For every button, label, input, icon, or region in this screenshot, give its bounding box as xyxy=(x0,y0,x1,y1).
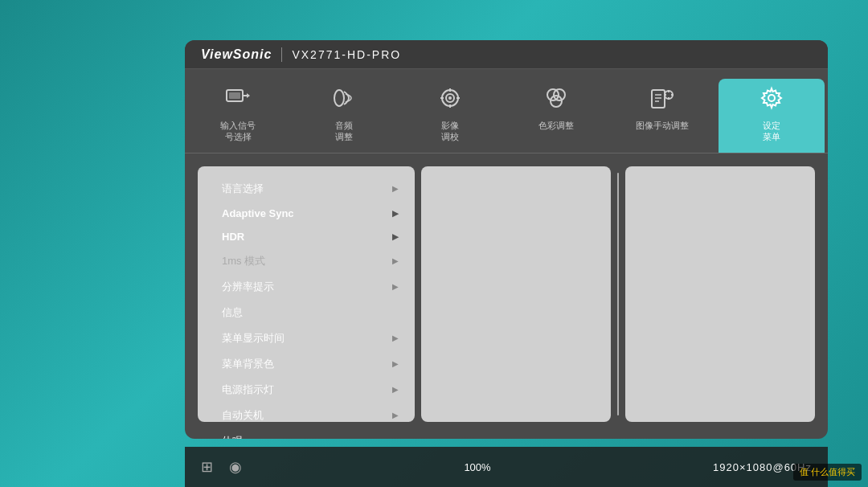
settings-icon xyxy=(759,85,784,115)
menu-item-label: 休眠 xyxy=(222,434,243,439)
svg-point-14 xyxy=(551,96,562,107)
status-icon-left: ⊞ xyxy=(201,458,213,476)
tab-settings[interactable]: 设定菜单 xyxy=(719,79,825,153)
menu-arrow-auto-shutdown: ▶ xyxy=(392,411,399,419)
menu-item-resolution-hint[interactable]: 分辨率提示 ▶ xyxy=(198,274,415,300)
right-panels xyxy=(421,166,815,422)
manual-icon xyxy=(649,85,675,115)
audio-icon xyxy=(331,85,357,115)
menu-arrow-power-led: ▶ xyxy=(392,385,399,394)
menu-item-label: 分辨率提示 xyxy=(222,280,274,294)
svg-point-24 xyxy=(768,95,775,101)
input-icon xyxy=(225,85,251,115)
osd-content: 语言选择 ▶ Adaptive Sync ▶ HDR ▶ 1ms 模式 ▶ 分辨… xyxy=(185,153,828,435)
tab-color-label: 色彩调整 xyxy=(538,120,574,131)
status-left: ⊞ ◉ xyxy=(201,458,242,476)
menu-item-sleep[interactable]: 休眠 xyxy=(198,428,415,439)
menu-item-adaptive-sync[interactable]: Adaptive Sync ▶ xyxy=(198,202,415,225)
menu-arrow-language: ▶ xyxy=(392,184,399,193)
sub-panel-right xyxy=(625,166,815,422)
menu-item-label: 信息 xyxy=(222,305,243,320)
osd-panel: ViewSonic VX2771-HD-PRO 输入信号号选择 xyxy=(185,40,828,439)
svg-marker-3 xyxy=(247,93,250,98)
menu-item-label: HDR xyxy=(222,231,244,243)
menu-item-info[interactable]: 信息 xyxy=(198,300,415,325)
svg-rect-15 xyxy=(652,90,665,108)
model-name: VX2771-HD-PRO xyxy=(292,48,401,61)
menu-item-display-time[interactable]: 菜单显示时间 ▶ xyxy=(198,325,415,351)
svg-point-7 xyxy=(448,96,452,100)
tab-input-label: 输入信号号选择 xyxy=(220,120,256,143)
tab-color[interactable]: 色彩调整 xyxy=(503,79,609,153)
menu-arrow-adaptive-sync: ▶ xyxy=(392,209,399,218)
divider-vertical xyxy=(617,173,619,415)
menu-arrow-bg-color: ▶ xyxy=(392,359,399,368)
menu-item-1ms[interactable]: 1ms 模式 ▶ xyxy=(198,248,415,274)
tab-settings-label: 设定菜单 xyxy=(763,120,780,143)
image-icon xyxy=(437,85,463,115)
tab-audio[interactable]: 音频调整 xyxy=(291,79,397,153)
tab-image[interactable]: 影像调校 xyxy=(397,79,503,153)
tab-manual-label: 图像手动调整 xyxy=(636,120,689,131)
status-zoom: 100% xyxy=(464,461,490,473)
osd-header: ViewSonic VX2771-HD-PRO xyxy=(185,40,828,69)
tab-image-label: 影像调校 xyxy=(441,120,459,143)
menu-arrow-display-time: ▶ xyxy=(392,334,399,342)
nav-tabs: 输入信号号选择 音频调整 xyxy=(185,69,828,153)
menu-item-label: Adaptive Sync xyxy=(222,207,294,219)
menu-item-label: 1ms 模式 xyxy=(222,254,265,268)
menu-item-label: 菜单显示时间 xyxy=(222,331,285,346)
status-icon-mid: ◉ xyxy=(229,458,242,476)
menu-item-hdr[interactable]: HDR ▶ xyxy=(198,225,415,248)
tab-input[interactable]: 输入信号号选择 xyxy=(185,79,291,153)
menu-item-label: 语言选择 xyxy=(222,182,264,196)
menu-arrow-1ms: ▶ xyxy=(392,256,399,265)
tab-audio-label: 音频调整 xyxy=(335,120,353,143)
menu-arrow-resolution-hint: ▶ xyxy=(392,282,399,291)
brand-logo: ViewSonic xyxy=(201,47,282,62)
status-bar: ⊞ ◉ 100% 1920×1080@60Hz xyxy=(185,447,828,487)
tab-manual[interactable]: 图像手动调整 xyxy=(609,79,715,153)
color-icon xyxy=(543,85,569,115)
svg-point-4 xyxy=(334,90,344,106)
menu-item-language[interactable]: 语言选择 ▶ xyxy=(198,176,415,202)
menu-item-auto-shutdown[interactable]: 自动关机 ▶ xyxy=(198,403,415,428)
menu-arrow-hdr: ▶ xyxy=(392,232,399,241)
svg-rect-1 xyxy=(229,92,240,99)
menu-item-power-led[interactable]: 电源指示灯 ▶ xyxy=(198,377,415,403)
menu-item-label: 菜单背景色 xyxy=(222,357,274,371)
menu-panel: 语言选择 ▶ Adaptive Sync ▶ HDR ▶ 1ms 模式 ▶ 分辨… xyxy=(198,166,415,422)
sub-panel-left xyxy=(421,166,611,422)
menu-item-label: 电源指示灯 xyxy=(222,383,274,397)
menu-item-label: 自动关机 xyxy=(222,408,264,423)
watermark: 值 什么值得买 xyxy=(793,464,862,481)
menu-item-bg-color[interactable]: 菜单背景色 ▶ xyxy=(198,351,415,377)
